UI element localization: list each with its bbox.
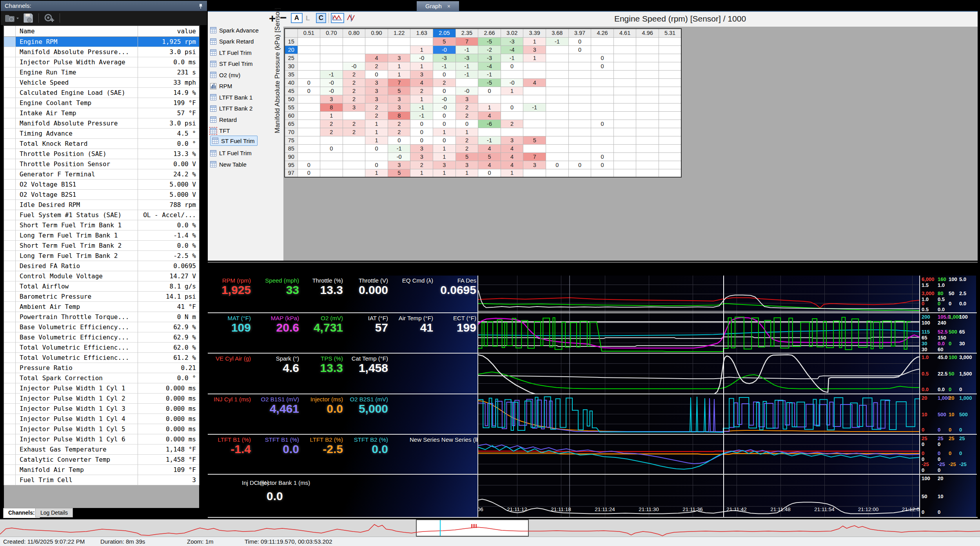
tab-close-icon[interactable]: × bbox=[447, 3, 450, 9]
channel-row[interactable]: Base Volumetric Efficiency...62.9 % bbox=[4, 332, 199, 343]
trim-cell[interactable] bbox=[591, 103, 614, 111]
trim-cell[interactable]: 2 bbox=[365, 103, 388, 111]
trim-cell[interactable] bbox=[320, 136, 343, 144]
graph-list-item[interactable]: Spark Retard bbox=[210, 36, 254, 47]
trim-cell[interactable] bbox=[343, 144, 365, 152]
trim-cell[interactable] bbox=[523, 120, 546, 128]
trim-cell[interactable] bbox=[636, 78, 659, 87]
trim-cell[interactable] bbox=[365, 37, 388, 45]
series-label[interactable]: Injector Bank 1 (ms) bbox=[258, 479, 310, 486]
trim-cell[interactable]: 0 bbox=[591, 161, 614, 169]
trim-cell[interactable] bbox=[568, 78, 591, 87]
trim-cell[interactable]: 2 bbox=[456, 136, 478, 144]
trim-cell[interactable]: 4 bbox=[501, 144, 523, 152]
trim-cell[interactable] bbox=[320, 62, 343, 70]
trim-cell[interactable] bbox=[320, 161, 343, 169]
trim-cell[interactable] bbox=[659, 169, 682, 177]
trim-cell[interactable]: 0 bbox=[501, 62, 523, 70]
trim-cell[interactable]: 1 bbox=[478, 103, 501, 111]
trim-cell[interactable] bbox=[523, 144, 546, 152]
channel-row-selector[interactable] bbox=[4, 414, 16, 424]
trim-cell[interactable]: 8 bbox=[388, 111, 410, 120]
trim-cell[interactable] bbox=[298, 128, 320, 136]
trim-cell[interactable]: 1 bbox=[388, 62, 410, 70]
trim-cell[interactable]: 0 bbox=[501, 103, 523, 111]
channel-row[interactable]: Injector Pulse Width 1 Cyl 30.000 ms bbox=[4, 404, 199, 414]
row-header[interactable]: 95 bbox=[285, 161, 298, 169]
col-header[interactable]: 3.68 bbox=[546, 29, 569, 37]
trim-cell[interactable]: 3 bbox=[523, 161, 546, 169]
trim-cell[interactable] bbox=[659, 152, 682, 161]
channel-row-selector[interactable] bbox=[4, 465, 16, 475]
channel-row-selector[interactable] bbox=[4, 47, 16, 57]
trim-cell[interactable]: 0 bbox=[365, 144, 388, 152]
trim-cell[interactable]: -3 bbox=[456, 54, 478, 62]
trim-cell[interactable] bbox=[591, 136, 614, 144]
trim-cell[interactable]: 7 bbox=[456, 37, 478, 45]
channel-row[interactable]: Barometric Pressure14.1 psi bbox=[4, 292, 199, 302]
trim-cell[interactable]: -3 bbox=[478, 54, 501, 62]
trim-cell[interactable] bbox=[568, 62, 591, 70]
trim-cell[interactable] bbox=[591, 78, 614, 87]
trim-cell[interactable]: 4 bbox=[478, 111, 501, 120]
trim-cell[interactable]: 3 bbox=[410, 144, 433, 152]
trim-cell[interactable]: 0 bbox=[365, 70, 388, 78]
channel-row[interactable]: Ambient Air Temp41 °F bbox=[4, 302, 199, 312]
trim-cell[interactable]: 1 bbox=[365, 120, 388, 128]
trim-cell[interactable] bbox=[636, 62, 659, 70]
trim-cell[interactable]: 2 bbox=[343, 78, 365, 87]
channel-row[interactable]: Long Term Fuel Trim Bank 1-1.4 % bbox=[4, 230, 199, 241]
channel-row-selector[interactable] bbox=[4, 434, 16, 444]
col-header[interactable]: 3.39 bbox=[523, 29, 546, 37]
trim-cell[interactable] bbox=[320, 45, 343, 54]
channel-row-selector[interactable] bbox=[4, 404, 16, 414]
trim-cell[interactable]: 1 bbox=[433, 152, 456, 161]
trim-cell[interactable]: 4 bbox=[410, 78, 433, 87]
trim-cell[interactable]: -1 bbox=[456, 45, 478, 54]
trim-cell[interactable]: -0 bbox=[343, 62, 365, 70]
trim-cell[interactable]: -4 bbox=[478, 62, 501, 70]
channel-row-selector[interactable] bbox=[4, 343, 16, 353]
chart-plot-strip[interactable] bbox=[478, 313, 919, 353]
trim-cell[interactable] bbox=[636, 161, 659, 169]
channel-row[interactable]: Desired FA Ratio0.0695 bbox=[4, 261, 199, 271]
trim-cell[interactable]: 2 bbox=[343, 128, 365, 136]
series-label[interactable]: O2 B2S1 (mV) bbox=[321, 396, 388, 403]
trim-cell[interactable]: -4 bbox=[501, 45, 523, 54]
trim-cell[interactable] bbox=[636, 45, 659, 54]
trim-cell[interactable] bbox=[636, 136, 659, 144]
trim-cell[interactable] bbox=[501, 111, 523, 120]
graph-list-item[interactable]: LT Fuel Trim bbox=[210, 148, 252, 158]
trim-cell[interactable] bbox=[320, 54, 343, 62]
trim-cell[interactable] bbox=[636, 128, 659, 136]
row-header[interactable]: 40 bbox=[285, 78, 298, 87]
trim-cell[interactable]: 1 bbox=[433, 169, 456, 177]
trim-cell[interactable] bbox=[591, 87, 614, 95]
trim-cell[interactable]: -0 bbox=[456, 87, 478, 95]
trim-cell[interactable] bbox=[659, 87, 682, 95]
trim-cell[interactable]: 0 bbox=[433, 120, 456, 128]
channel-row-selector[interactable] bbox=[4, 475, 16, 485]
trim-cell[interactable]: 2 bbox=[343, 95, 365, 103]
graph-list-item[interactable]: TFT bbox=[210, 126, 230, 136]
channel-row[interactable]: Fuel System #1 Status (SAE)OL - Accel/..… bbox=[4, 210, 199, 220]
trim-cell[interactable] bbox=[320, 169, 343, 177]
trim-cell[interactable]: 4 bbox=[478, 144, 501, 152]
graph-list-item[interactable]: RPM bbox=[210, 81, 232, 91]
trim-cell[interactable] bbox=[613, 103, 636, 111]
channel-row-selector[interactable] bbox=[4, 78, 16, 88]
trim-cell[interactable] bbox=[613, 161, 636, 169]
trim-cell[interactable] bbox=[523, 62, 546, 70]
trim-cell[interactable]: 2 bbox=[456, 111, 478, 120]
channel-row[interactable]: Timing Advance4.5 ° bbox=[4, 129, 199, 139]
channel-row[interactable]: Total Knock Retard0.0 ° bbox=[4, 139, 199, 149]
trim-cell[interactable]: -0 bbox=[501, 78, 523, 87]
trim-cell[interactable]: -1 bbox=[456, 62, 478, 70]
trim-cell[interactable]: 0 bbox=[365, 161, 388, 169]
trim-cell[interactable]: 3 bbox=[410, 152, 433, 161]
trim-cell[interactable] bbox=[591, 128, 614, 136]
channel-row[interactable]: Exhaust Gas Temperature1,148 °F bbox=[4, 444, 199, 455]
trim-cell[interactable] bbox=[546, 70, 569, 78]
trim-cell[interactable] bbox=[523, 70, 546, 78]
trim-cell[interactable] bbox=[546, 144, 569, 152]
